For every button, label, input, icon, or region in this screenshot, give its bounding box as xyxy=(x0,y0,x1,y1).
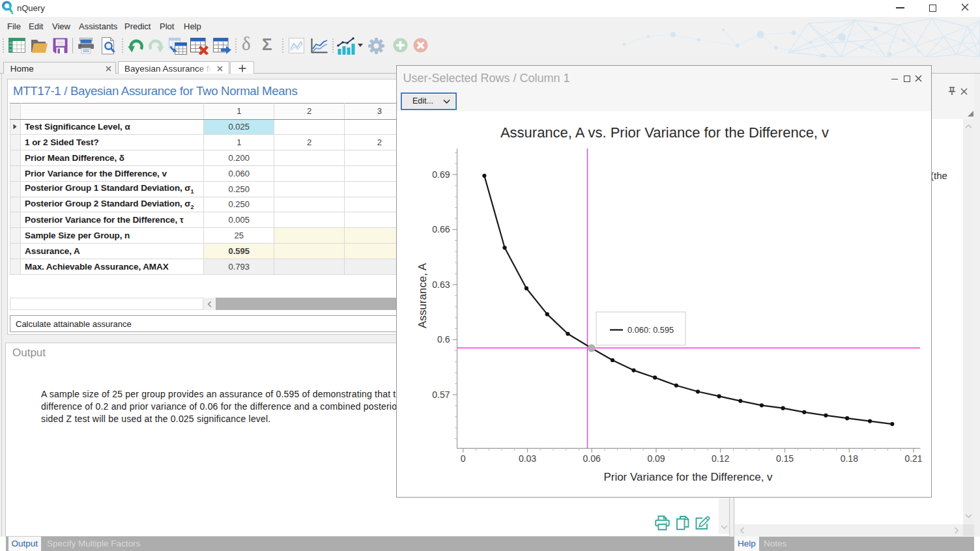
svg-text:0.060: 0.595: 0.060: 0.595 xyxy=(627,325,674,335)
svg-text:0.15: 0.15 xyxy=(776,453,794,464)
svg-text:Assurance, A: Assurance, A xyxy=(416,262,429,328)
svg-text:0.12: 0.12 xyxy=(712,453,729,464)
svg-text:0.69: 0.69 xyxy=(432,169,450,180)
svg-text:0.03: 0.03 xyxy=(519,453,536,464)
svg-text:0.18: 0.18 xyxy=(841,453,858,464)
svg-text:Prior Variance for the Differe: Prior Variance for the Difference, v xyxy=(603,471,773,483)
svg-text:0.66: 0.66 xyxy=(432,224,450,234)
svg-text:0: 0 xyxy=(461,453,466,464)
svg-text:0.57: 0.57 xyxy=(432,389,450,400)
svg-text:0.21: 0.21 xyxy=(904,453,922,464)
svg-text:0.63: 0.63 xyxy=(432,279,450,290)
svg-text:0.6: 0.6 xyxy=(437,334,450,345)
svg-text:0.09: 0.09 xyxy=(647,453,665,464)
svg-text:0.06: 0.06 xyxy=(583,453,601,464)
svg-text:Assurance, A vs. Prior Varianc: Assurance, A vs. Prior Variance for the … xyxy=(500,124,829,141)
